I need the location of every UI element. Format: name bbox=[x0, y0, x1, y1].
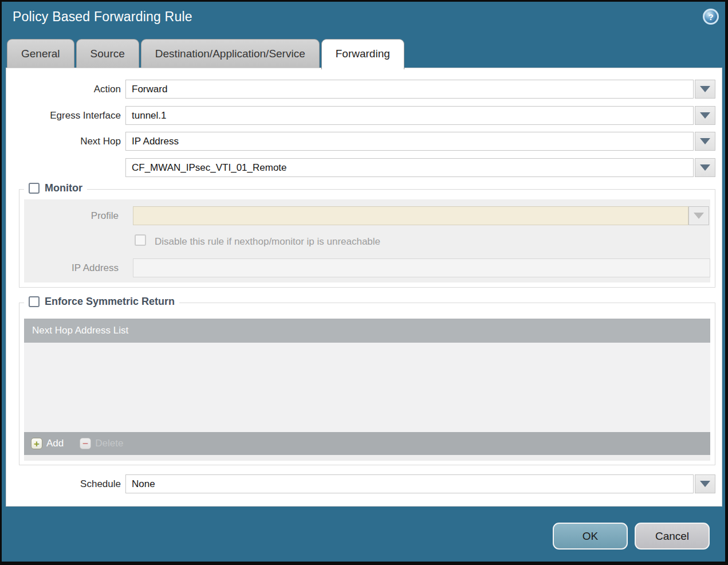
schedule-select[interactable]: None bbox=[125, 474, 694, 493]
enforce-symmetric-return-checkbox[interactable] bbox=[29, 296, 40, 307]
tab-destination-application-service[interactable]: Destination/Application/Service bbox=[141, 39, 320, 68]
tab-general[interactable]: General bbox=[7, 39, 74, 68]
next-hop-address-dropdown-button[interactable] bbox=[695, 158, 715, 177]
plus-icon: + bbox=[31, 438, 42, 449]
monitor-legend: Monitor bbox=[24, 182, 87, 194]
egress-interface-dropdown-button[interactable] bbox=[695, 106, 715, 125]
monitor-label: Monitor bbox=[45, 182, 82, 194]
tab-forwarding[interactable]: Forwarding bbox=[321, 39, 404, 69]
chevron-down-icon bbox=[700, 481, 710, 487]
monitor-ip-address-input bbox=[133, 258, 710, 277]
monitor-panel: Profile Disable this rule if nexthop/mon… bbox=[24, 199, 710, 282]
enforce-symmetric-return-group: Enforce Symmetric Return Next Hop Addres… bbox=[19, 303, 715, 465]
table-toolbar: + Add − Delete bbox=[24, 432, 710, 455]
egress-interface-label: Egress Interface bbox=[6, 106, 121, 125]
enforce-symmetric-return-label: Enforce Symmetric Return bbox=[45, 296, 175, 308]
add-button-label: Add bbox=[46, 438, 64, 449]
chevron-down-icon bbox=[700, 86, 710, 92]
delete-button: − Delete bbox=[80, 438, 123, 449]
minus-icon: − bbox=[80, 438, 91, 449]
chevron-down-icon bbox=[700, 164, 710, 171]
chevron-down-icon bbox=[694, 213, 704, 219]
policy-based-forwarding-rule-dialog: Policy Based Forwarding Rule ? General S… bbox=[0, 0, 728, 565]
action-label: Action bbox=[6, 80, 121, 99]
egress-interface-select[interactable]: tunnel.1 bbox=[125, 106, 694, 125]
disable-rule-checkbox bbox=[135, 234, 146, 246]
next-hop-label: Next Hop bbox=[6, 132, 121, 151]
add-button[interactable]: + Add bbox=[31, 438, 64, 449]
enforce-symmetric-return-legend: Enforce Symmetric Return bbox=[24, 296, 179, 308]
schedule-dropdown-button[interactable] bbox=[695, 474, 715, 493]
tab-source[interactable]: Source bbox=[76, 39, 139, 68]
cancel-button[interactable]: Cancel bbox=[635, 523, 710, 550]
help-icon[interactable]: ? bbox=[703, 9, 719, 25]
next-hop-address-list-body bbox=[24, 343, 710, 432]
next-hop-address-table: Next Hop Address List + Add − Delete bbox=[24, 319, 710, 461]
monitor-ip-address-label: IP Address bbox=[24, 258, 119, 277]
action-select[interactable]: Forward bbox=[125, 80, 694, 99]
profile-select bbox=[133, 206, 688, 225]
chevron-down-icon bbox=[700, 138, 710, 144]
forwarding-tab-panel: Action Forward Egress Interface tunnel.1… bbox=[6, 68, 722, 507]
next-hop-type-select[interactable]: IP Address bbox=[125, 132, 694, 151]
tab-bar: General Source Destination/Application/S… bbox=[7, 39, 404, 68]
delete-button-label: Delete bbox=[95, 438, 123, 449]
monitor-checkbox[interactable] bbox=[29, 183, 40, 194]
dialog-title: Policy Based Forwarding Rule bbox=[13, 9, 192, 25]
profile-label: Profile bbox=[24, 206, 119, 225]
disable-rule-label: Disable this rule if nexthop/monitor ip … bbox=[155, 236, 380, 248]
next-hop-address-list-header: Next Hop Address List bbox=[24, 319, 710, 343]
profile-dropdown-button bbox=[688, 206, 709, 225]
action-dropdown-button[interactable] bbox=[695, 80, 715, 99]
monitor-group: Monitor Profile Disable this rule if nex… bbox=[19, 189, 715, 288]
next-hop-type-dropdown-button[interactable] bbox=[695, 132, 715, 151]
chevron-down-icon bbox=[700, 112, 710, 119]
ok-button[interactable]: OK bbox=[553, 523, 628, 550]
next-hop-address-select[interactable]: CF_MWAN_IPsec_VTI_01_Remote bbox=[125, 158, 694, 177]
schedule-label: Schedule bbox=[6, 474, 121, 493]
